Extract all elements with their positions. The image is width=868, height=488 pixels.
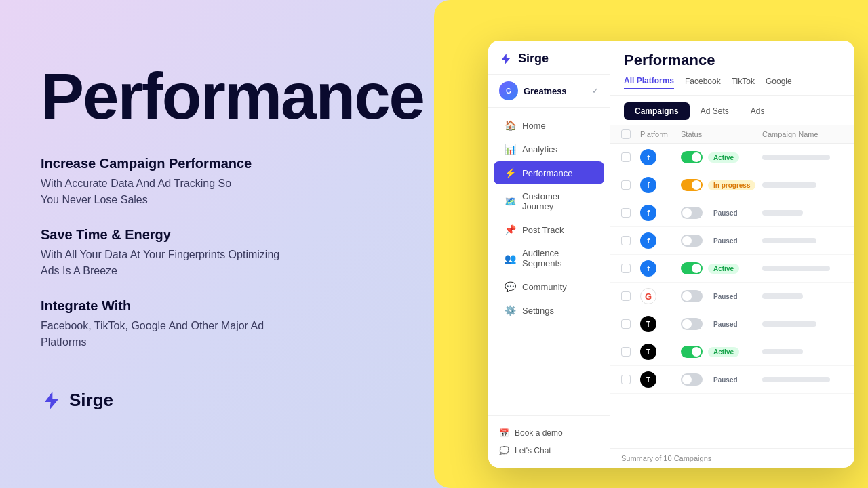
table-row: T Paused (610, 310, 854, 338)
toggle-switch[interactable] (681, 262, 703, 274)
status-badge: Paused (708, 375, 743, 385)
main-content-title: Performance (624, 52, 841, 69)
sidebar-footer: 📅 Book a demo 💭 Let's Chat (488, 415, 610, 468)
tab-google[interactable]: Google (766, 77, 792, 89)
main-header: Performance All Platforms Facebook TikTo… (610, 41, 854, 96)
campaign-name-bar (762, 155, 830, 160)
tiktok-icon: T (640, 316, 656, 332)
tiktok-icon: T (640, 371, 656, 388)
tab-facebook[interactable]: Facebook (685, 77, 721, 89)
sidebar-item-post-track[interactable]: 📌 Post Track (494, 218, 604, 241)
feature-title-3: Integrate With (41, 298, 475, 314)
row-checkbox[interactable] (621, 319, 631, 329)
sidebar-item-home[interactable]: 🏠 Home (494, 114, 604, 137)
main-content: Performance All Platforms Facebook TikTo… (610, 41, 854, 468)
feature-title-1: Increase Campaign Performance (41, 156, 475, 171)
campaign-name-bar (762, 349, 803, 354)
feature-block-3: Integrate With Facebook, TikTok, Google … (41, 298, 475, 350)
campaign-name-bar (762, 238, 816, 243)
status-badge: Paused (708, 236, 743, 246)
home-icon: 🏠 (505, 120, 515, 131)
row-checkbox[interactable] (621, 208, 631, 218)
campaign-name-bar (762, 321, 816, 327)
col-status-header: Status (681, 130, 762, 138)
performance-icon: ⚡ (505, 167, 515, 178)
book-demo-label: Book a demo (515, 428, 563, 438)
facebook-icon: f (640, 177, 656, 193)
status-badge: Paused (708, 319, 743, 329)
col-name-header: Campaign Name (762, 130, 844, 138)
sidebar-item-community[interactable]: 💬 Community (494, 275, 604, 298)
toggle-switch[interactable] (681, 290, 703, 302)
status-badge: Paused (708, 291, 743, 302)
toggle-switch[interactable] (681, 179, 703, 191)
sidebar-item-performance[interactable]: ⚡ Performance (494, 161, 604, 184)
book-demo-button[interactable]: 📅 Book a demo (499, 424, 599, 442)
row-checkbox[interactable] (621, 152, 631, 162)
tiktok-icon: T (640, 344, 656, 360)
sidebar-item-label: Settings (522, 306, 554, 316)
campaign-name-bar (762, 182, 816, 188)
sidebar-item-label: Analytics (522, 144, 557, 155)
table-row: f Active (610, 255, 854, 283)
tab-tiktok[interactable]: TikTok (732, 77, 755, 89)
status-badge: Active (708, 347, 739, 357)
bolt-icon (41, 390, 62, 411)
app-window: Sirge G Greatness ✓ 🏠 Home 📊 Analytics ⚡ (488, 41, 854, 468)
tab-all-platforms[interactable]: All Platforms (624, 76, 674, 89)
sidebar-item-analytics[interactable]: 📊 Analytics (494, 138, 604, 161)
brand-logo: Sirge (41, 390, 475, 411)
toggle-switch[interactable] (681, 318, 703, 330)
feature-desc-3: Facebook, TikTok, Google And Other Major… (41, 318, 475, 350)
sidebar-brand-name: Sirge (518, 52, 549, 66)
sidebar-item-label: Community (522, 282, 567, 292)
row-checkbox[interactable] (621, 291, 631, 301)
campaign-table: Platform Status Campaign Name f Active (610, 125, 854, 448)
sidebar-nav: 🏠 Home 📊 Analytics ⚡ Performance 🗺️ Cust… (488, 108, 610, 415)
row-checkbox[interactable] (621, 180, 631, 190)
sidebar-item-label: Performance (522, 168, 572, 178)
analytics-icon: 📊 (505, 144, 515, 155)
toggle-switch[interactable] (681, 373, 703, 386)
feature-block-2: Save Time & Energy With All Your Data At… (41, 227, 475, 279)
tab-ads[interactable]: Ads (740, 102, 776, 120)
feature-block-1: Increase Campaign Performance With Accur… (41, 156, 475, 208)
sidebar-item-audience-segments[interactable]: 👥 Audience Segments (494, 242, 604, 274)
chat-icon: 💭 (499, 446, 509, 455)
org-name: Greatness (524, 86, 587, 96)
row-checkbox[interactable] (621, 375, 631, 384)
sidebar-item-label: Audience Segments (522, 248, 593, 268)
campaign-name-bar (762, 210, 803, 216)
row-checkbox[interactable] (621, 236, 631, 245)
table-footer: Summary of 10 Campaigns (610, 448, 854, 468)
sidebar-org[interactable]: G Greatness ✓ (488, 75, 610, 108)
facebook-icon: f (640, 260, 656, 277)
tab-campaigns[interactable]: Campaigns (624, 102, 690, 120)
lets-chat-label: Let's Chat (515, 446, 551, 455)
view-tabs: Campaigns Ad Sets Ads (610, 96, 854, 125)
campaign-name-bar (762, 293, 803, 299)
toggle-switch[interactable] (681, 207, 703, 219)
sidebar-header: Sirge (488, 41, 610, 75)
lets-chat-button[interactable]: 💭 Let's Chat (499, 442, 599, 460)
feature-title-2: Save Time & Energy (41, 227, 475, 243)
toggle-switch[interactable] (681, 235, 703, 247)
campaign-name-bar (762, 377, 830, 382)
table-row: T Active (610, 338, 854, 366)
sidebar-bolt-icon (499, 52, 513, 66)
row-checkbox[interactable] (621, 347, 631, 357)
right-panel: Sirge G Greatness ✓ 🏠 Home 📊 Analytics ⚡ (434, 0, 868, 488)
table-row: f Paused (610, 227, 854, 255)
header-checkbox[interactable] (621, 129, 631, 139)
toggle-switch[interactable] (681, 151, 703, 163)
tab-ad-sets[interactable]: Ad Sets (690, 102, 740, 120)
platform-tabs: All Platforms Facebook TikTok Google (624, 76, 841, 89)
table-row: f Active (610, 144, 854, 171)
status-badge: In progress (708, 180, 755, 190)
row-checkbox[interactable] (621, 264, 631, 273)
sidebar-item-label: Customer Journey (522, 191, 593, 211)
toggle-switch[interactable] (681, 346, 703, 358)
table-row: f Paused (610, 199, 854, 227)
sidebar-item-settings[interactable]: ⚙️ Settings (494, 299, 604, 322)
sidebar-item-customer-journey[interactable]: 🗺️ Customer Journey (494, 185, 604, 218)
